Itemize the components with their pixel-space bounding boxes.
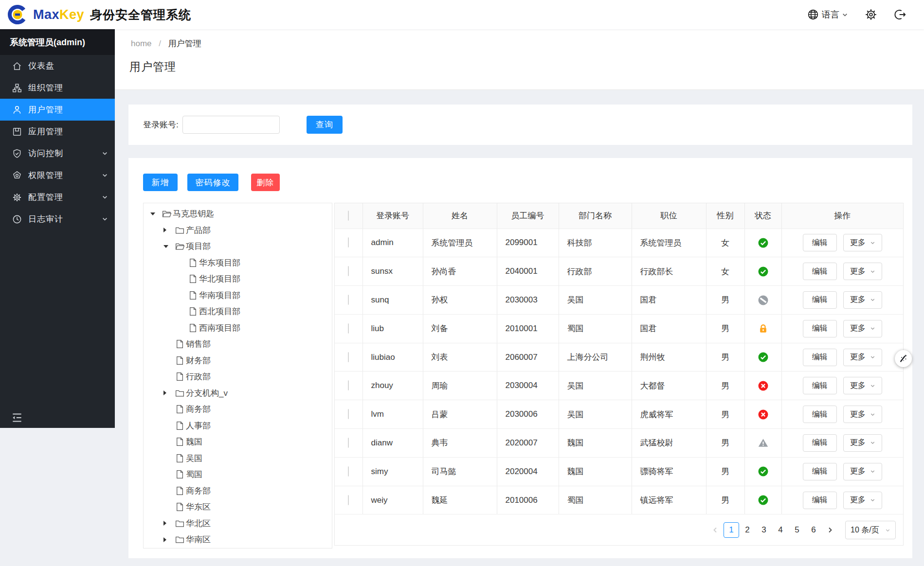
more-button[interactable]: 更多 (843, 434, 882, 452)
tree-collapsed-arrow-icon[interactable] (163, 390, 166, 395)
row-checkbox[interactable] (348, 380, 349, 390)
tree-item[interactable]: 华南区 (144, 531, 332, 548)
edit-button[interactable]: 编辑 (803, 291, 837, 309)
cell-emp-id: 2040001 (497, 257, 559, 286)
tree-item[interactable]: 西北项目部 (144, 303, 332, 320)
next-page-icon[interactable] (827, 527, 833, 533)
tree-item[interactable]: 吴国 (144, 450, 332, 467)
file-icon (188, 323, 198, 333)
more-button[interactable]: 更多 (843, 406, 882, 423)
tree-expanded-arrow-icon[interactable] (150, 212, 155, 215)
tree-item[interactable]: 产品部 (144, 222, 332, 239)
sidebar-item-audit[interactable]: 日志审计 (0, 208, 115, 230)
select-all-checkbox[interactable] (348, 211, 349, 221)
page-number-3[interactable]: 3 (761, 525, 767, 535)
edit-button[interactable]: 编辑 (803, 263, 837, 280)
edit-button[interactable]: 编辑 (803, 234, 837, 251)
tree-item[interactable]: 项目部 (144, 238, 332, 255)
tree-item[interactable]: 魏国 (144, 434, 332, 450)
change-password-button[interactable]: 密码修改 (187, 174, 238, 191)
more-button[interactable]: 更多 (843, 291, 882, 309)
tree-item[interactable]: 华北区 (144, 515, 332, 532)
row-checkbox[interactable] (348, 466, 349, 477)
tree-item[interactable]: 财务部 (144, 353, 332, 369)
tree-item-label: 华北区 (186, 518, 211, 529)
tree-collapsed-arrow-icon[interactable] (163, 521, 166, 526)
sidebar-item-permissions[interactable]: 权限管理 (0, 164, 115, 186)
more-button[interactable]: 更多 (843, 349, 882, 366)
sidebar-item-org[interactable]: 组织管理 (0, 77, 115, 99)
add-button[interactable]: 新增 (143, 174, 178, 191)
page-size-select[interactable]: 10 条/页 (845, 521, 896, 539)
sidebar-item-access[interactable]: 访问控制 (0, 142, 115, 164)
row-checkbox[interactable] (348, 295, 349, 305)
query-button[interactable]: 查询 (307, 116, 343, 134)
row-checkbox[interactable] (348, 237, 349, 248)
sidebar-user-label: 系统管理员(admin) (0, 29, 115, 55)
more-button[interactable]: 更多 (843, 234, 882, 251)
tree-item[interactable]: 行政部 (144, 369, 332, 385)
page-number-1[interactable]: 1 (724, 522, 739, 538)
row-checkbox[interactable] (348, 438, 349, 448)
language-menu[interactable]: 语言 (807, 8, 848, 21)
tree-expanded-arrow-icon[interactable] (163, 245, 168, 248)
breadcrumb: home / 用户管理 (131, 38, 201, 49)
edit-button[interactable]: 编辑 (803, 406, 837, 423)
delete-button[interactable]: 删除 (251, 174, 280, 191)
edit-button[interactable]: 编辑 (803, 463, 837, 480)
tree-item-label: 产品部 (186, 225, 211, 236)
sidebar-item-config[interactable]: 配置管理 (0, 186, 115, 208)
sidebar-item-users[interactable]: 用户管理 (0, 99, 115, 121)
tree-item[interactable]: 商务部 (144, 401, 332, 418)
tree-item[interactable]: 分支机构_v (144, 385, 332, 402)
chevron-down-icon (102, 216, 108, 222)
page-number-5[interactable]: 5 (794, 525, 800, 535)
tree-item[interactable]: 华北项目部 (144, 271, 332, 287)
edit-button[interactable]: 编辑 (803, 492, 837, 509)
tree-collapsed-arrow-icon[interactable] (163, 228, 166, 232)
row-checkbox[interactable] (348, 352, 349, 362)
tree-item[interactable]: 蜀国 (144, 466, 332, 483)
row-checkbox[interactable] (348, 495, 349, 505)
settings-gear-icon[interactable] (865, 8, 877, 21)
tree-item[interactable]: 华东项目部 (144, 255, 332, 271)
sidebar-collapse-icon[interactable] (11, 411, 23, 424)
more-button[interactable]: 更多 (843, 263, 882, 280)
tree-item[interactable]: 西南项目部 (144, 320, 332, 336)
page-number-4[interactable]: 4 (778, 525, 783, 535)
tree-collapsed-arrow-icon[interactable] (163, 537, 166, 542)
toolbar: 新增 密码修改 删除 (143, 174, 280, 191)
cell-dept: 魏国 (559, 429, 632, 458)
logout-icon[interactable] (894, 8, 906, 21)
page-number-2[interactable]: 2 (744, 525, 750, 535)
login-account-input[interactable] (182, 116, 280, 134)
tree-item[interactable]: 华东区 (144, 499, 332, 515)
magic-wand-button[interactable] (895, 350, 912, 367)
more-button[interactable]: 更多 (843, 492, 882, 509)
cell-gender: 男 (706, 371, 744, 400)
edit-button[interactable]: 编辑 (803, 434, 837, 452)
edit-button[interactable]: 编辑 (803, 320, 837, 337)
more-button[interactable]: 更多 (843, 377, 882, 394)
sidebar-item-dashboard[interactable]: 仪表盘 (0, 55, 115, 77)
edit-button[interactable]: 编辑 (803, 349, 837, 366)
tree-item[interactable]: 商务部 (144, 483, 332, 499)
prev-page-icon[interactable] (712, 527, 719, 533)
more-button[interactable]: 更多 (843, 320, 882, 337)
row-checkbox[interactable] (348, 323, 349, 334)
cell-position: 镇远将军 (632, 486, 706, 514)
row-checkbox[interactable] (348, 409, 349, 419)
breadcrumb-home[interactable]: home (131, 39, 152, 48)
file-icon (175, 421, 184, 430)
tree-item[interactable]: 马克思钥匙 (144, 206, 332, 222)
tree-item[interactable]: 销售部 (144, 336, 332, 353)
sidebar-item-apps[interactable]: 应用管理 (0, 121, 115, 142)
tree-item[interactable]: 人事部 (144, 418, 332, 434)
cell-login: liub (362, 314, 423, 343)
tree-item[interactable]: 华南项目部 (144, 287, 332, 304)
edit-button[interactable]: 编辑 (803, 377, 837, 394)
page-number-6[interactable]: 6 (811, 525, 816, 535)
more-button[interactable]: 更多 (843, 463, 882, 480)
cell-position: 武猛校尉 (632, 429, 706, 458)
row-checkbox[interactable] (348, 266, 349, 276)
